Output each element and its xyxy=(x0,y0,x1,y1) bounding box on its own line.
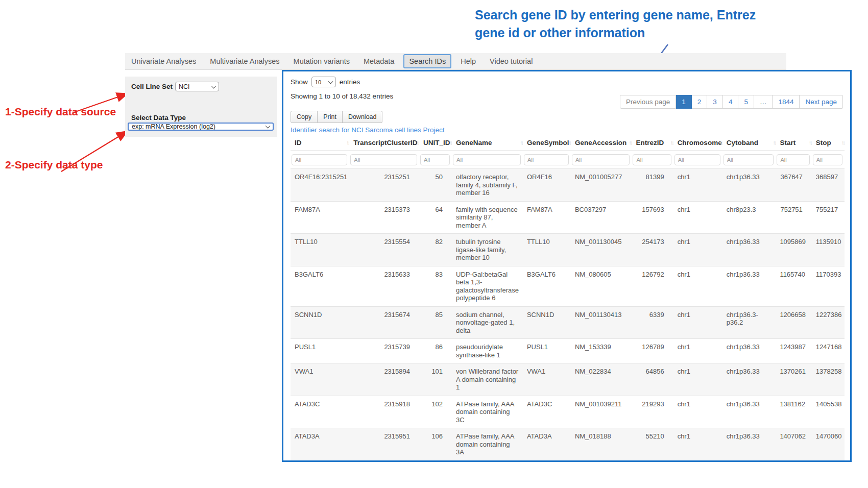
page-size-select[interactable]: 10 xyxy=(311,77,336,87)
sort-icon: ↑↓ xyxy=(719,139,722,145)
tab-help[interactable]: Help xyxy=(461,57,476,65)
tab-metadata[interactable]: Metadata xyxy=(364,57,394,65)
cell-genesymbol: ATAD3C xyxy=(523,396,571,428)
next-page-button[interactable]: Next page xyxy=(800,95,843,109)
cell-stop: 1378258 xyxy=(812,363,845,396)
cell-stop: 368597 xyxy=(812,169,845,202)
page-button-3[interactable]: 3 xyxy=(707,95,723,109)
cell-cytoband: chr1p36.33 xyxy=(722,396,776,428)
cell-geneaccession: BC037297 xyxy=(571,201,632,234)
cell-entrezid: 157693 xyxy=(632,201,673,234)
cell-genesymbol: TTLL10 xyxy=(523,234,571,266)
cell-chromosome: chr1 xyxy=(673,396,722,428)
cell-genesymbol: FAM87A xyxy=(523,201,571,234)
cell-genesymbol: VWA1 xyxy=(523,363,571,396)
cell-stop: 1405538 xyxy=(812,396,845,428)
column-header-start[interactable]: Start↑↓ xyxy=(776,136,811,151)
column-header-entrezid[interactable]: EntrezID↑↓ xyxy=(632,136,673,151)
tab-multivariate-analyses[interactable]: Multivariate Analyses xyxy=(210,57,279,65)
print-button[interactable]: Print xyxy=(318,111,343,123)
previous-page-button[interactable]: Previous page xyxy=(620,95,676,109)
filter-input-unit-id[interactable] xyxy=(420,154,450,165)
page-button-1844[interactable]: 1844 xyxy=(773,95,800,109)
cell-genename: von Willebrand factor A domain containin… xyxy=(452,363,523,396)
chevron-down-icon xyxy=(266,124,271,129)
cell-entrezid: 126792 xyxy=(632,266,673,306)
table-row: FAM87A231537364family with sequence simi… xyxy=(291,201,845,234)
cell-id: ATAD3C xyxy=(291,396,349,428)
cell-id: FAM87A xyxy=(291,201,349,234)
data-type-select[interactable]: exp: mRNA Expression (log2) xyxy=(128,123,274,131)
sort-icon: ↑↓ xyxy=(773,139,775,145)
cell-cytoband: chr1p36.33 xyxy=(722,169,776,202)
cell-genename: sodium channel, nonvoltage-gated 1, delt… xyxy=(452,306,523,339)
cell-chromosome: chr1 xyxy=(673,266,722,306)
column-header-unit-id[interactable]: UNIT_ID↑↓ xyxy=(419,136,452,151)
cell-stop: 1135910 xyxy=(812,234,845,266)
page-button-5[interactable]: 5 xyxy=(738,95,754,109)
page-button-1[interactable]: 1 xyxy=(676,95,692,109)
tab-search-ids[interactable]: Search IDs xyxy=(403,54,451,68)
sidebar-panel: Cell Line Set NCI Select Data Type exp: … xyxy=(125,77,277,137)
cell-start: 1206658 xyxy=(776,306,811,339)
column-header-genesymbol[interactable]: GeneSymbol↑↓ xyxy=(523,136,571,151)
filter-input-transcriptclusterid[interactable] xyxy=(350,154,417,165)
filter-input-stop[interactable] xyxy=(813,154,842,165)
column-header-transcriptclusterid[interactable]: TranscriptClusterID↑↓ xyxy=(349,136,419,151)
tab-video-tutorial[interactable]: Video tutorial xyxy=(490,57,533,65)
cell-geneaccession: NM_018188 xyxy=(571,428,632,460)
filter-input-chromosome[interactable] xyxy=(674,154,720,165)
chevron-down-icon xyxy=(211,83,216,88)
filter-input-geneaccession[interactable] xyxy=(572,154,630,165)
cell-stop: 1227386 xyxy=(812,306,845,339)
page-button-4[interactable]: 4 xyxy=(723,95,739,109)
cell-unit-id: 83 xyxy=(419,266,452,306)
column-header-id[interactable]: ID↑↓ xyxy=(291,136,349,151)
column-header-chromosome[interactable]: Chromosome↑↓ xyxy=(673,136,722,151)
column-header-geneaccession[interactable]: GeneAccession↑↓ xyxy=(571,136,632,151)
sort-icon: ↑↓ xyxy=(670,139,673,145)
sort-icon: ↑↓ xyxy=(520,139,522,145)
cell-genename: tubulin tyrosine ligase-like family, mem… xyxy=(452,234,523,266)
cell-cytoband: chr1p36.33 xyxy=(722,428,776,460)
table-row: OR4F16:2315251231525150olfactory recepto… xyxy=(291,169,845,202)
cell-start: 1165740 xyxy=(776,266,811,306)
filter-input-start[interactable] xyxy=(777,154,809,165)
cell-cytoband: chr8p23.3 xyxy=(722,201,776,234)
page-button-2[interactable]: 2 xyxy=(692,95,708,109)
cell-unit-id: 106 xyxy=(419,428,452,460)
cell-id: PUSL1 xyxy=(291,339,349,363)
cell-id: OR4F16:2315251 xyxy=(291,169,349,202)
cell-line-set-select[interactable]: NCI xyxy=(175,82,219,91)
pagination: Previous page12345…1844Next page xyxy=(620,95,843,109)
annotation-step2: 2-Specify data type xyxy=(5,159,103,171)
cell-chromosome: chr1 xyxy=(673,306,722,339)
column-header-stop[interactable]: Stop↑↓ xyxy=(812,136,845,151)
download-button[interactable]: Download xyxy=(343,111,383,123)
cell-line-set-label: Cell Line Set xyxy=(131,83,173,90)
filter-input-genename[interactable] xyxy=(453,154,521,165)
cell-transcriptclusterid: 2315251 xyxy=(349,169,419,202)
tab-univariate-analyses[interactable]: Univariate Analyses xyxy=(131,57,196,65)
cell-transcriptclusterid: 2315739 xyxy=(349,339,419,363)
filter-input-id[interactable] xyxy=(292,154,347,165)
sort-icon: ↑↓ xyxy=(449,139,451,145)
copy-button[interactable]: Copy xyxy=(291,111,318,123)
cell-genename: pseudouridylate synthase-like 1 xyxy=(452,339,523,363)
column-header-cytoband[interactable]: Cytoband↑↓ xyxy=(722,136,776,151)
cell-cytoband: chr1p36.33 xyxy=(722,234,776,266)
cell-entrezid: 6339 xyxy=(632,306,673,339)
filter-input-cytoband[interactable] xyxy=(724,154,774,165)
cell-transcriptclusterid: 2315951 xyxy=(349,428,419,460)
filter-input-entrezid[interactable] xyxy=(633,154,671,165)
column-header-genename[interactable]: GeneName↑↓ xyxy=(452,136,523,151)
tab-mutation-variants[interactable]: Mutation variants xyxy=(294,57,350,65)
cell-chromosome: chr1 xyxy=(673,169,722,202)
cell-entrezid: 81399 xyxy=(632,169,673,202)
chevron-down-icon xyxy=(328,79,333,84)
cell-chromosome: chr1 xyxy=(673,201,722,234)
filter-input-genesymbol[interactable] xyxy=(524,154,569,165)
cell-stop: 755217 xyxy=(812,201,845,234)
identifier-search-link[interactable]: Identifier search for NCI Sarcoma cell l… xyxy=(291,126,445,134)
sort-icon: ↑↓ xyxy=(416,139,419,145)
